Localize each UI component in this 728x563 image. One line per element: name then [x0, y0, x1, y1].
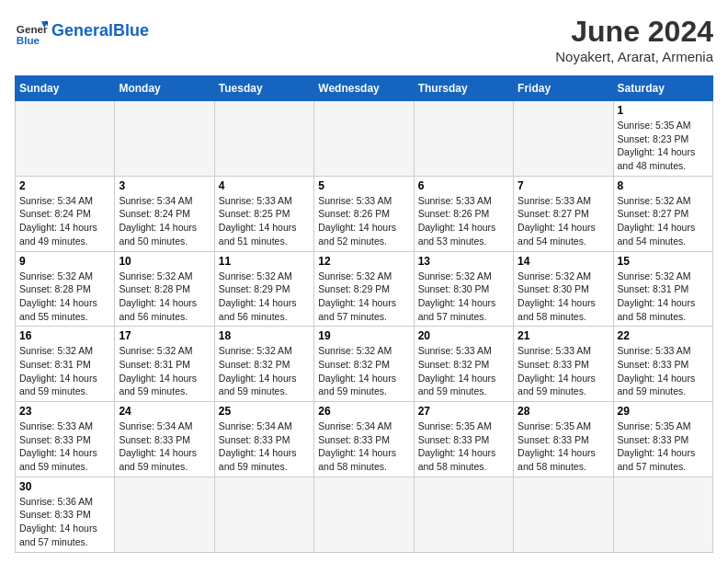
day-number: 17	[119, 329, 210, 342]
day-info: Sunrise: 5:34 AM Sunset: 8:33 PM Dayligh…	[119, 419, 210, 474]
day-info: Sunrise: 5:33 AM Sunset: 8:26 PM Dayligh…	[418, 194, 509, 248]
day-cell: 2Sunrise: 5:34 AM Sunset: 8:24 PM Daylig…	[16, 176, 115, 251]
day-cell: 19Sunrise: 5:32 AM Sunset: 8:32 PM Dayli…	[314, 327, 414, 402]
weekday-header-wednesday: Wednesday	[314, 76, 414, 101]
day-number: 9	[19, 255, 110, 268]
day-number: 15	[618, 255, 709, 268]
weekday-row: SundayMondayTuesdayWednesdayThursdayFrid…	[16, 76, 713, 101]
day-number: 12	[318, 255, 409, 268]
day-cell	[115, 101, 214, 177]
day-info: Sunrise: 5:32 AM Sunset: 8:32 PM Dayligh…	[219, 344, 310, 398]
day-number: 21	[518, 329, 609, 342]
day-cell: 28Sunrise: 5:35 AM Sunset: 8:33 PM Dayli…	[514, 402, 613, 477]
day-cell	[514, 101, 613, 177]
day-cell: 18Sunrise: 5:32 AM Sunset: 8:32 PM Dayli…	[214, 327, 313, 402]
day-number: 23	[19, 405, 110, 418]
day-info: Sunrise: 5:34 AM Sunset: 8:33 PM Dayligh…	[318, 419, 409, 474]
day-cell: 9Sunrise: 5:32 AM Sunset: 8:28 PM Daylig…	[16, 251, 115, 327]
day-number: 27	[418, 405, 509, 418]
day-number: 25	[219, 405, 310, 418]
day-cell	[414, 101, 513, 177]
calendar-header: SundayMondayTuesdayWednesdayThursdayFrid…	[16, 76, 713, 101]
weekday-header-monday: Monday	[115, 76, 214, 101]
logo-general: General	[51, 21, 113, 40]
day-info: Sunrise: 5:34 AM Sunset: 8:33 PM Dayligh…	[219, 419, 310, 474]
day-info: Sunrise: 5:33 AM Sunset: 8:27 PM Dayligh…	[518, 194, 609, 248]
day-info: Sunrise: 5:32 AM Sunset: 8:31 PM Dayligh…	[19, 344, 110, 398]
day-info: Sunrise: 5:32 AM Sunset: 8:27 PM Dayligh…	[618, 194, 709, 248]
day-cell: 16Sunrise: 5:32 AM Sunset: 8:31 PM Dayli…	[16, 327, 115, 402]
day-cell: 24Sunrise: 5:34 AM Sunset: 8:33 PM Dayli…	[115, 402, 214, 477]
weekday-header-thursday: Thursday	[414, 76, 513, 101]
day-info: Sunrise: 5:33 AM Sunset: 8:33 PM Dayligh…	[19, 419, 110, 474]
calendar-table: SundayMondayTuesdayWednesdayThursdayFrid…	[15, 75, 713, 553]
weekday-header-tuesday: Tuesday	[214, 76, 313, 101]
day-info: Sunrise: 5:32 AM Sunset: 8:28 PM Dayligh…	[119, 270, 210, 324]
svg-text:Blue: Blue	[17, 34, 40, 46]
day-number: 3	[119, 179, 210, 192]
day-info: Sunrise: 5:32 AM Sunset: 8:32 PM Dayligh…	[318, 344, 409, 398]
day-number: 6	[418, 179, 509, 192]
day-cell: 10Sunrise: 5:32 AM Sunset: 8:28 PM Dayli…	[115, 251, 214, 327]
day-cell: 4Sunrise: 5:33 AM Sunset: 8:25 PM Daylig…	[214, 176, 313, 251]
day-info: Sunrise: 5:35 AM Sunset: 8:33 PM Dayligh…	[418, 419, 509, 474]
day-number: 26	[318, 405, 409, 418]
day-number: 1	[618, 104, 709, 117]
day-number: 10	[119, 255, 210, 268]
day-cell	[613, 477, 712, 552]
calendar-subtitle: Noyakert, Ararat, Armenia	[555, 49, 713, 64]
day-info: Sunrise: 5:36 AM Sunset: 8:33 PM Dayligh…	[19, 495, 110, 549]
day-number: 18	[219, 329, 310, 342]
day-cell: 25Sunrise: 5:34 AM Sunset: 8:33 PM Dayli…	[214, 402, 313, 477]
week-row-2: 9Sunrise: 5:32 AM Sunset: 8:28 PM Daylig…	[16, 251, 713, 327]
day-cell: 6Sunrise: 5:33 AM Sunset: 8:26 PM Daylig…	[414, 176, 513, 251]
day-cell	[514, 477, 613, 552]
day-info: Sunrise: 5:32 AM Sunset: 8:30 PM Dayligh…	[418, 270, 509, 324]
day-number: 29	[618, 405, 709, 418]
day-number: 2	[19, 179, 110, 192]
day-info: Sunrise: 5:32 AM Sunset: 8:31 PM Dayligh…	[618, 270, 709, 324]
day-info: Sunrise: 5:32 AM Sunset: 8:31 PM Dayligh…	[119, 344, 210, 398]
logo-text: GeneralBlue	[51, 22, 149, 40]
day-cell	[16, 101, 115, 177]
logo-blue: Blue	[113, 21, 149, 40]
day-cell: 27Sunrise: 5:35 AM Sunset: 8:33 PM Dayli…	[414, 402, 513, 477]
day-cell: 1Sunrise: 5:35 AM Sunset: 8:23 PM Daylig…	[613, 101, 712, 177]
day-info: Sunrise: 5:33 AM Sunset: 8:25 PM Dayligh…	[219, 194, 310, 248]
day-info: Sunrise: 5:32 AM Sunset: 8:29 PM Dayligh…	[219, 270, 310, 324]
day-info: Sunrise: 5:34 AM Sunset: 8:24 PM Dayligh…	[119, 194, 210, 248]
calendar-body: 1Sunrise: 5:35 AM Sunset: 8:23 PM Daylig…	[16, 101, 713, 553]
logo: General Blue GeneralBlue	[15, 15, 149, 48]
week-row-1: 2Sunrise: 5:34 AM Sunset: 8:24 PM Daylig…	[16, 176, 713, 251]
day-cell: 30Sunrise: 5:36 AM Sunset: 8:33 PM Dayli…	[16, 477, 115, 552]
day-number: 16	[19, 329, 110, 342]
day-cell: 13Sunrise: 5:32 AM Sunset: 8:30 PM Dayli…	[414, 251, 513, 327]
day-number: 13	[418, 255, 509, 268]
day-cell	[314, 101, 414, 177]
calendar-title: June 2024	[555, 15, 713, 49]
day-cell: 14Sunrise: 5:32 AM Sunset: 8:30 PM Dayli…	[514, 251, 613, 327]
day-cell: 26Sunrise: 5:34 AM Sunset: 8:33 PM Dayli…	[314, 402, 414, 477]
day-info: Sunrise: 5:35 AM Sunset: 8:33 PM Dayligh…	[618, 419, 709, 474]
week-row-4: 23Sunrise: 5:33 AM Sunset: 8:33 PM Dayli…	[16, 402, 713, 477]
title-section: June 2024 Noyakert, Ararat, Armenia	[555, 15, 713, 64]
day-number: 20	[418, 329, 509, 342]
day-cell: 22Sunrise: 5:33 AM Sunset: 8:33 PM Dayli…	[613, 327, 712, 402]
day-info: Sunrise: 5:32 AM Sunset: 8:29 PM Dayligh…	[318, 270, 409, 324]
day-number: 5	[318, 179, 409, 192]
week-row-5: 30Sunrise: 5:36 AM Sunset: 8:33 PM Dayli…	[16, 477, 713, 552]
day-number: 8	[618, 179, 709, 192]
day-info: Sunrise: 5:35 AM Sunset: 8:33 PM Dayligh…	[518, 419, 609, 474]
day-cell: 17Sunrise: 5:32 AM Sunset: 8:31 PM Dayli…	[115, 327, 214, 402]
day-info: Sunrise: 5:35 AM Sunset: 8:23 PM Dayligh…	[618, 119, 709, 173]
day-info: Sunrise: 5:33 AM Sunset: 8:33 PM Dayligh…	[518, 344, 609, 398]
day-cell: 7Sunrise: 5:33 AM Sunset: 8:27 PM Daylig…	[514, 176, 613, 251]
day-cell: 11Sunrise: 5:32 AM Sunset: 8:29 PM Dayli…	[214, 251, 313, 327]
day-cell	[214, 477, 313, 552]
day-cell: 3Sunrise: 5:34 AM Sunset: 8:24 PM Daylig…	[115, 176, 214, 251]
day-number: 24	[119, 405, 210, 418]
day-cell	[115, 477, 214, 552]
weekday-header-friday: Friday	[514, 76, 613, 101]
day-number: 11	[219, 255, 310, 268]
day-cell	[414, 477, 513, 552]
